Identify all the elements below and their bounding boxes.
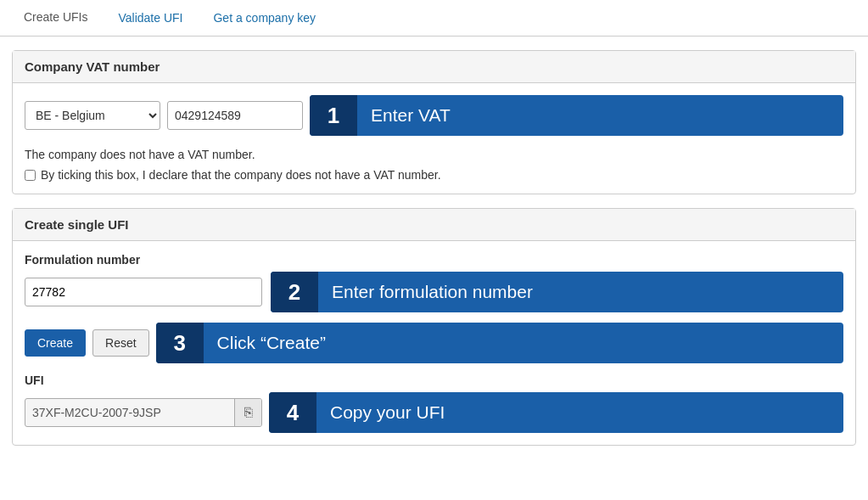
reset-button[interactable]: Reset	[92, 329, 149, 357]
ufi-section-title: Create single UFI	[13, 209, 855, 241]
main-content: Company VAT number BE - Belgium 1 Enter …	[0, 37, 868, 473]
step1-instruction: 1 Enter VAT	[310, 95, 843, 136]
step3-label: Click “Create”	[204, 333, 339, 353]
ufi-input-wrapper: ⎘	[25, 398, 262, 427]
tab-get-company-key[interactable]: Get a company key	[198, 1, 331, 35]
ufi-label: UFI	[25, 374, 843, 387]
step1-number: 1	[310, 95, 357, 136]
no-vat-checkbox[interactable]	[25, 170, 36, 181]
no-vat-text: The company does not have a VAT number.	[25, 148, 843, 161]
tab-validate-ufi[interactable]: Validate UFI	[103, 1, 198, 35]
tab-create-ufis[interactable]: Create UFIs	[8, 0, 103, 36]
formulation-row: 2 Enter formulation number	[25, 272, 843, 312]
step2-instruction: 2 Enter formulation number	[271, 272, 843, 312]
formulation-label: Formulation number	[25, 253, 843, 267]
tab-bar: Create UFIs Validate UFI Get a company k…	[0, 0, 868, 37]
vat-number-input[interactable]	[167, 101, 303, 130]
ufi-copy-button[interactable]: ⎘	[234, 399, 261, 426]
step4-label: Copy your UFI	[316, 402, 458, 423]
no-vat-checkbox-label: By ticking this box, I declare that the …	[41, 168, 441, 182]
vat-input-row: BE - Belgium 1 Enter VAT	[25, 95, 843, 136]
create-button[interactable]: Create	[25, 329, 86, 357]
ufi-section-body: Formulation number 2 Enter formulation n…	[13, 241, 855, 445]
create-reset-row: Create Reset 3 Click “Create”	[25, 323, 843, 363]
ufi-section-card: Create single UFI Formulation number 2 E…	[12, 208, 856, 446]
ufi-value-input[interactable]	[25, 402, 234, 424]
step3-instruction: 3 Click “Create”	[156, 323, 843, 363]
step1-label: Enter VAT	[357, 105, 464, 126]
no-vat-checkbox-row: By ticking this box, I declare that the …	[25, 168, 843, 182]
step4-instruction: 4 Copy your UFI	[269, 392, 843, 433]
vat-section-title: Company VAT number	[13, 51, 855, 83]
step4-number: 4	[269, 392, 316, 433]
step2-number: 2	[271, 272, 318, 312]
ufi-row: ⎘ 4 Copy your UFI	[25, 392, 843, 433]
copy-icon: ⎘	[244, 405, 253, 420]
step2-label: Enter formulation number	[318, 282, 546, 302]
formulation-input[interactable]	[25, 278, 262, 306]
vat-section-card: Company VAT number BE - Belgium 1 Enter …	[12, 50, 856, 194]
vat-section-body: BE - Belgium 1 Enter VAT The company doe…	[13, 83, 855, 194]
country-select[interactable]: BE - Belgium	[25, 101, 160, 130]
step3-number: 3	[156, 323, 204, 363]
